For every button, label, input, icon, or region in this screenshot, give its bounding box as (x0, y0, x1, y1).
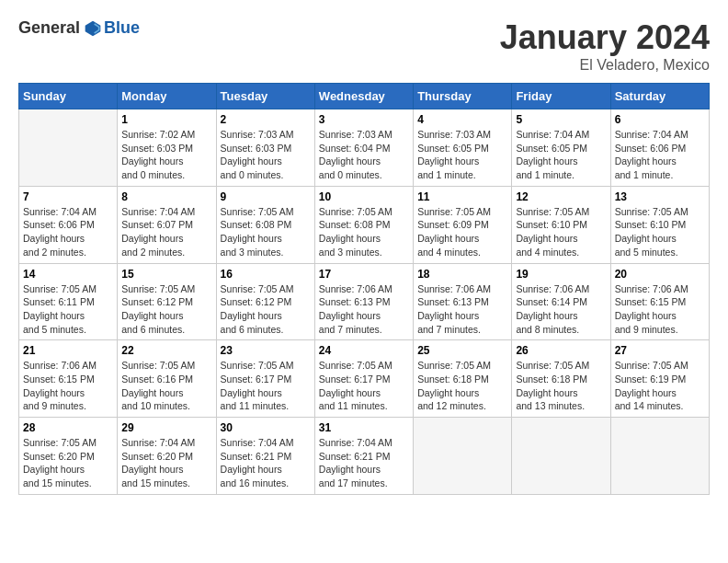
calendar-cell: 15Sunrise: 7:05 AMSunset: 6:12 PMDayligh… (118, 263, 216, 340)
day-header-monday: Monday (118, 84, 216, 109)
day-number: 18 (417, 268, 507, 281)
day-number: 30 (221, 421, 311, 434)
cell-content: Sunrise: 7:04 AMSunset: 6:21 PMDaylight … (319, 436, 409, 490)
cell-content: Sunrise: 7:06 AMSunset: 6:15 PMDaylight … (23, 359, 113, 413)
calendar-cell (19, 109, 118, 187)
cell-content: Sunrise: 7:05 AMSunset: 6:20 PMDaylight … (23, 436, 113, 490)
calendar-cell: 21Sunrise: 7:06 AMSunset: 6:15 PMDayligh… (19, 340, 118, 418)
calendar-cell: 14Sunrise: 7:05 AMSunset: 6:11 PMDayligh… (19, 263, 118, 340)
day-number: 29 (121, 421, 211, 434)
calendar-cell: 19Sunrise: 7:06 AMSunset: 6:14 PMDayligh… (512, 263, 610, 340)
day-number: 8 (121, 190, 211, 203)
calendar-cell: 10Sunrise: 7:05 AMSunset: 6:08 PMDayligh… (314, 186, 413, 263)
cell-content: Sunrise: 7:06 AMSunset: 6:14 PMDaylight … (516, 282, 606, 337)
day-number: 3 (319, 113, 409, 126)
calendar-cell: 31Sunrise: 7:04 AMSunset: 6:21 PMDayligh… (314, 418, 413, 495)
day-number: 9 (221, 190, 311, 203)
calendar-cell: 29Sunrise: 7:04 AMSunset: 6:20 PMDayligh… (118, 418, 216, 495)
week-row-5: 28Sunrise: 7:05 AMSunset: 6:20 PMDayligh… (19, 418, 710, 495)
day-number: 19 (516, 268, 606, 281)
day-number: 13 (615, 190, 705, 203)
day-number: 16 (221, 268, 311, 281)
cell-content: Sunrise: 7:04 AMSunset: 6:20 PMDaylight … (121, 436, 211, 490)
calendar-cell: 26Sunrise: 7:05 AMSunset: 6:18 PMDayligh… (512, 340, 610, 418)
cell-content: Sunrise: 7:06 AMSunset: 6:15 PMDaylight … (615, 282, 705, 337)
day-number: 21 (23, 344, 113, 357)
calendar-cell: 18Sunrise: 7:06 AMSunset: 6:13 PMDayligh… (414, 263, 512, 340)
logo-blue: Blue (104, 18, 140, 38)
day-number: 17 (319, 268, 409, 281)
day-number: 11 (417, 190, 507, 203)
page-header: General Blue January 2024 El Veladero, M… (18, 18, 710, 74)
week-row-3: 14Sunrise: 7:05 AMSunset: 6:11 PMDayligh… (19, 263, 710, 340)
calendar-cell: 23Sunrise: 7:05 AMSunset: 6:17 PMDayligh… (216, 340, 314, 418)
title-area: January 2024 El Veladero, Mexico (500, 18, 710, 74)
calendar-cell: 4Sunrise: 7:03 AMSunset: 6:05 PMDaylight… (414, 109, 512, 187)
cell-content: Sunrise: 7:04 AMSunset: 6:06 PMDaylight … (615, 128, 705, 182)
cell-content: Sunrise: 7:05 AMSunset: 6:17 PMDaylight … (319, 359, 409, 413)
day-header-sunday: Sunday (19, 84, 118, 109)
cell-content: Sunrise: 7:04 AMSunset: 6:06 PMDaylight … (23, 205, 113, 259)
day-number: 4 (417, 113, 507, 126)
cell-content: Sunrise: 7:04 AMSunset: 6:07 PMDaylight … (121, 205, 211, 259)
day-number: 20 (615, 268, 705, 281)
cell-content: Sunrise: 7:05 AMSunset: 6:10 PMDaylight … (615, 205, 705, 259)
day-header-friday: Friday (512, 84, 610, 109)
cell-content: Sunrise: 7:03 AMSunset: 6:05 PMDaylight … (417, 128, 507, 182)
calendar-cell (610, 418, 709, 495)
logo-icon (84, 19, 102, 38)
day-number: 10 (319, 190, 409, 203)
week-row-4: 21Sunrise: 7:06 AMSunset: 6:15 PMDayligh… (19, 340, 710, 418)
day-number: 26 (516, 344, 606, 357)
day-number: 31 (319, 421, 409, 434)
calendar-cell: 1Sunrise: 7:02 AMSunset: 6:03 PMDaylight… (118, 109, 216, 187)
calendar-cell (414, 418, 512, 495)
calendar-cell: 28Sunrise: 7:05 AMSunset: 6:20 PMDayligh… (19, 418, 118, 495)
day-number: 23 (221, 344, 311, 357)
day-number: 1 (121, 113, 211, 126)
calendar-cell: 22Sunrise: 7:05 AMSunset: 6:16 PMDayligh… (118, 340, 216, 418)
calendar-cell: 9Sunrise: 7:05 AMSunset: 6:08 PMDaylight… (216, 186, 314, 263)
day-number: 15 (121, 268, 211, 281)
cell-content: Sunrise: 7:03 AMSunset: 6:04 PMDaylight … (319, 128, 409, 182)
calendar-cell: 11Sunrise: 7:05 AMSunset: 6:09 PMDayligh… (414, 186, 512, 263)
day-header-tuesday: Tuesday (216, 84, 314, 109)
calendar-subtitle: El Veladero, Mexico (500, 57, 710, 74)
calendar-cell: 3Sunrise: 7:03 AMSunset: 6:04 PMDaylight… (314, 109, 413, 187)
cell-content: Sunrise: 7:02 AMSunset: 6:03 PMDaylight … (121, 128, 211, 182)
calendar-cell: 2Sunrise: 7:03 AMSunset: 6:03 PMDaylight… (216, 109, 314, 187)
day-number: 14 (23, 268, 113, 281)
cell-content: Sunrise: 7:05 AMSunset: 6:16 PMDaylight … (121, 359, 211, 413)
cell-content: Sunrise: 7:05 AMSunset: 6:18 PMDaylight … (417, 359, 507, 413)
cell-content: Sunrise: 7:05 AMSunset: 6:08 PMDaylight … (221, 205, 311, 259)
cell-content: Sunrise: 7:03 AMSunset: 6:03 PMDaylight … (221, 128, 311, 182)
calendar-cell: 6Sunrise: 7:04 AMSunset: 6:06 PMDaylight… (610, 109, 709, 187)
calendar-cell: 30Sunrise: 7:04 AMSunset: 6:21 PMDayligh… (216, 418, 314, 495)
calendar-table: SundayMondayTuesdayWednesdayThursdayFrid… (18, 83, 710, 495)
day-header-wednesday: Wednesday (314, 84, 413, 109)
cell-content: Sunrise: 7:04 AMSunset: 6:21 PMDaylight … (221, 436, 311, 490)
week-row-2: 7Sunrise: 7:04 AMSunset: 6:06 PMDaylight… (19, 186, 710, 263)
cell-content: Sunrise: 7:06 AMSunset: 6:13 PMDaylight … (417, 282, 507, 337)
day-number: 28 (23, 421, 113, 434)
cell-content: Sunrise: 7:05 AMSunset: 6:10 PMDaylight … (516, 205, 606, 259)
calendar-cell: 25Sunrise: 7:05 AMSunset: 6:18 PMDayligh… (414, 340, 512, 418)
day-number: 22 (121, 344, 211, 357)
day-number: 12 (516, 190, 606, 203)
calendar-cell: 17Sunrise: 7:06 AMSunset: 6:13 PMDayligh… (314, 263, 413, 340)
cell-content: Sunrise: 7:05 AMSunset: 6:17 PMDaylight … (221, 359, 311, 413)
calendar-cell: 7Sunrise: 7:04 AMSunset: 6:06 PMDaylight… (19, 186, 118, 263)
cell-content: Sunrise: 7:05 AMSunset: 6:18 PMDaylight … (516, 359, 606, 413)
calendar-title: January 2024 (500, 18, 710, 57)
day-number: 5 (516, 113, 606, 126)
cell-content: Sunrise: 7:06 AMSunset: 6:13 PMDaylight … (319, 282, 409, 337)
header-row: SundayMondayTuesdayWednesdayThursdayFrid… (19, 84, 710, 109)
cell-content: Sunrise: 7:05 AMSunset: 6:12 PMDaylight … (221, 282, 311, 337)
cell-content: Sunrise: 7:05 AMSunset: 6:08 PMDaylight … (319, 205, 409, 259)
day-header-saturday: Saturday (610, 84, 709, 109)
calendar-cell: 20Sunrise: 7:06 AMSunset: 6:15 PMDayligh… (610, 263, 709, 340)
calendar-cell: 12Sunrise: 7:05 AMSunset: 6:10 PMDayligh… (512, 186, 610, 263)
cell-content: Sunrise: 7:05 AMSunset: 6:19 PMDaylight … (615, 359, 705, 413)
calendar-cell: 5Sunrise: 7:04 AMSunset: 6:05 PMDaylight… (512, 109, 610, 187)
logo: General Blue (18, 18, 140, 38)
